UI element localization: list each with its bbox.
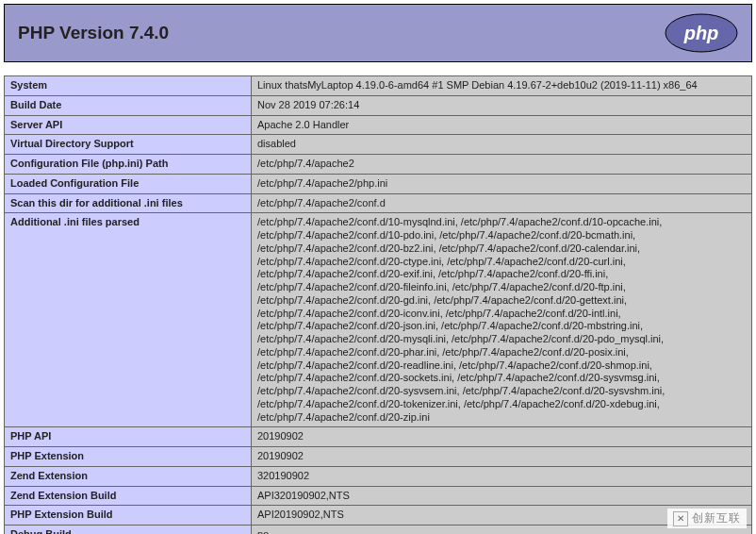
info-value: /etc/php/7.4/apache2/conf.d/10-mysqlnd.i… <box>252 213 752 427</box>
info-key: System <box>5 76 252 96</box>
table-row: Debug Buildno <box>5 526 752 535</box>
table-row: PHP API20190902 <box>5 427 752 447</box>
info-value: 20190902 <box>252 447 752 467</box>
info-key: Zend Extension Build <box>5 486 252 506</box>
info-key: Additional .ini files parsed <box>5 213 252 427</box>
info-key: Virtual Directory Support <box>5 135 252 155</box>
info-key: PHP Extension <box>5 447 252 467</box>
page-title: PHP Version 7.4.0 <box>18 23 169 43</box>
table-row: Additional .ini files parsed/etc/php/7.4… <box>5 213 752 427</box>
info-key: Debug Build <box>5 526 252 535</box>
phpinfo-table: SystemLinux thatsMyLaptop 4.19.0-6-amd64… <box>4 75 752 534</box>
table-row: Scan this dir for additional .ini files/… <box>5 193 752 213</box>
table-row: Zend Extension BuildAPI320190902,NTS <box>5 486 752 506</box>
info-value: disabled <box>252 135 752 155</box>
table-row: PHP Extension BuildAPI20190902,NTS <box>5 506 752 526</box>
table-row: SystemLinux thatsMyLaptop 4.19.0-6-amd64… <box>5 76 752 96</box>
watermark-icon: ✕ <box>673 511 688 526</box>
info-key: PHP Extension Build <box>5 506 252 526</box>
info-value: 320190902 <box>252 466 752 486</box>
info-key: Loaded Configuration File <box>5 174 252 193</box>
info-value: Apache 2.0 Handler <box>252 115 752 135</box>
info-key: Configuration File (php.ini) Path <box>5 155 252 175</box>
info-key: Build Date <box>5 95 252 115</box>
svg-text:php: php <box>683 23 719 43</box>
info-key: Server API <box>5 115 252 135</box>
info-value: 20190902 <box>252 427 752 447</box>
table-row: Configuration File (php.ini) Path/etc/ph… <box>5 155 752 175</box>
info-value: Nov 28 2019 07:26:14 <box>252 95 752 115</box>
table-row: Virtual Directory Supportdisabled <box>5 135 752 155</box>
info-value: /etc/php/7.4/apache2 <box>252 155 752 175</box>
info-value: /etc/php/7.4/apache2/php.ini <box>252 174 752 193</box>
info-value: Linux thatsMyLaptop 4.19.0-6-amd64 #1 SM… <box>252 76 752 96</box>
watermark-text: 创新互联 <box>692 510 741 526</box>
table-row: PHP Extension20190902 <box>5 447 752 467</box>
table-row: Server APIApache 2.0 Handler <box>5 115 752 135</box>
table-row: Loaded Configuration File/etc/php/7.4/ap… <box>5 174 752 193</box>
info-key: Scan this dir for additional .ini files <box>5 193 252 213</box>
table-row: Build DateNov 28 2019 07:26:14 <box>5 95 752 115</box>
phpinfo-header: PHP Version 7.4.0 php <box>4 4 752 62</box>
php-logo-icon: php <box>665 13 738 53</box>
info-key: Zend Extension <box>5 466 252 486</box>
info-value: API320190902,NTS <box>252 486 752 506</box>
table-row: Zend Extension320190902 <box>5 466 752 486</box>
info-value: /etc/php/7.4/apache2/conf.d <box>252 193 752 213</box>
info-key: PHP API <box>5 427 252 447</box>
watermark: ✕ 创新互联 <box>667 509 747 528</box>
